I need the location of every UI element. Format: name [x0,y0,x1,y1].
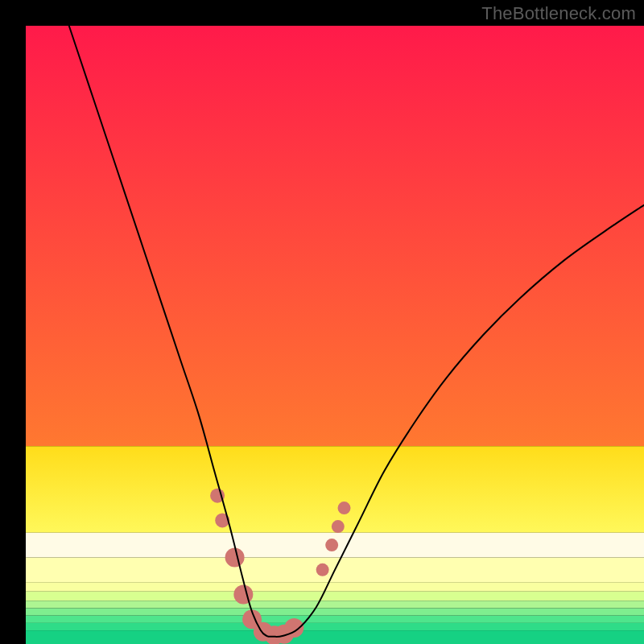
svg-rect-6 [26,601,644,608]
marker-right-cluster [338,502,351,514]
svg-rect-9 [26,623,644,630]
svg-rect-10 [26,630,644,644]
marker-left-cluster [225,547,245,567]
svg-rect-1 [26,446,644,533]
svg-rect-4 [26,582,644,592]
svg-rect-7 [26,608,644,615]
watermark-text: TheBottleneck.com [481,3,636,24]
svg-rect-5 [26,592,644,601]
svg-rect-0 [26,26,644,446]
marker-right-cluster [332,520,345,533]
bottleneck-chart [0,0,644,644]
svg-rect-8 [26,616,644,623]
chart-container: TheBottleneck.com [0,0,644,644]
marker-left-cluster [233,585,253,605]
marker-right-cluster [316,564,329,576]
marker-right-cluster [325,539,338,551]
